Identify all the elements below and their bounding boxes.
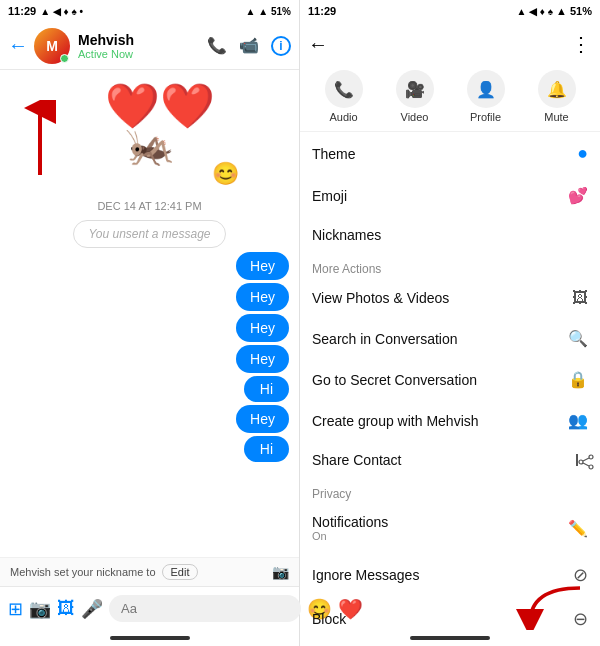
svg-point-4 [589, 465, 593, 469]
photos-icon: 🖼 [572, 289, 588, 307]
profile-label: Profile [470, 111, 501, 123]
message-bubble: Hey [236, 345, 289, 373]
notifications-text: Notifications On [312, 514, 568, 542]
nicknames-label: Nicknames [312, 227, 588, 243]
right-header: ← ⋮ [300, 22, 600, 66]
date-label: DEC 14 AT 12:41 PM [97, 200, 201, 212]
more-actions-section: More Actions [300, 254, 600, 278]
status-bar-left: 11:29 ▲ ◀ ♦ ♠ • ▲ ▲ 51% [0, 0, 299, 22]
svg-line-6 [583, 463, 589, 466]
info-icon[interactable]: i [271, 36, 291, 56]
share-contact-label: Share Contact [312, 452, 576, 468]
nickname-bar: Mehvish set your nickname to Edit 📷 [0, 557, 299, 586]
notifications-label: Notifications [312, 514, 388, 530]
video-icon: 🎥 [396, 70, 434, 108]
right-home-indicator [300, 630, 600, 646]
camera-icon[interactable]: 📷 [29, 598, 51, 620]
nicknames-menu-item[interactable]: Nicknames [300, 216, 600, 254]
svg-line-5 [583, 458, 589, 461]
create-group-menu-item[interactable]: Create group with Mehvish 👥 [300, 400, 600, 441]
profile-action[interactable]: 👤 Profile [467, 70, 505, 123]
time-left: 11:29 [8, 5, 36, 17]
red-arrow-right [510, 583, 590, 630]
face-emoji: 😊 [212, 161, 239, 187]
status-right-left: ▲ ▲ 51% [245, 6, 291, 17]
lock-icon: 🔒 [568, 370, 588, 389]
messages-container: Hey Hey Hey Hey Hi Hey Hi [0, 252, 299, 462]
notifications-sub: On [312, 530, 568, 542]
search-conversation-menu-item[interactable]: Search in Conversation 🔍 [300, 318, 600, 359]
right-home-bar [410, 636, 490, 640]
status-icons-left: ▲ ◀ ♦ ♠ • [40, 6, 83, 17]
message-bubble: Hi [244, 436, 289, 462]
wifi-icon: ▲ [245, 6, 255, 17]
create-group-label: Create group with Mehvish [312, 413, 568, 429]
status-time-left: 11:29 ▲ ◀ ♦ ♠ • [8, 5, 83, 17]
audio-icon: 📞 [325, 70, 363, 108]
video-icon[interactable]: 📹 [239, 36, 259, 55]
avatar-container: M [34, 28, 70, 64]
status-icons-right: ▲ ◀ ♦ ♠ [516, 6, 553, 17]
secret-conversation-label: Go to Secret Conversation [312, 372, 568, 388]
status-bar-right: 11:29 ▲ ◀ ♦ ♠ ▲ 51% [300, 0, 600, 22]
top-actions: 📞 Audio 🎥 Video 👤 Profile 🔔 Mute [300, 66, 600, 132]
mic-icon[interactable]: 🎤 [81, 598, 103, 620]
audio-label: Audio [329, 111, 357, 123]
phone-icon[interactable]: 📞 [207, 36, 227, 55]
battery-left: ▲ 51% [258, 6, 291, 17]
ignore-messages-menu-item[interactable]: Ignore Messages ⊘ [300, 553, 600, 597]
message-input[interactable] [109, 595, 301, 622]
more-options-button[interactable]: ⋮ [571, 32, 592, 56]
mute-icon: 🔔 [538, 70, 576, 108]
emoji-menu-item[interactable]: Emoji 💕 [300, 175, 600, 216]
theme-menu-item[interactable]: Theme ● [300, 132, 600, 175]
search-icon: 🔍 [568, 329, 588, 348]
back-button[interactable]: ← [8, 34, 28, 57]
nickname-text: Mehvish set your nickname to [10, 566, 156, 578]
profile-icon: 👤 [467, 70, 505, 108]
group-icon: 👥 [568, 411, 588, 430]
camera-small-icon: 📷 [272, 564, 289, 580]
right-back-button[interactable]: ← [308, 33, 328, 56]
message-bubble: Hey [236, 252, 289, 280]
message-bubble: Hey [236, 283, 289, 311]
chat-area: ❤️❤️ 🦗 😊 DEC 14 AT 12:41 PM You unsent a… [0, 70, 299, 557]
video-action[interactable]: 🎥 Video [396, 70, 434, 123]
header-icons: 📞 📹 i [207, 36, 291, 56]
svg-point-2 [589, 455, 593, 459]
view-photos-label: View Photos & Videos [312, 290, 572, 306]
emoji-label: Emoji [312, 188, 568, 204]
bug-emoji: 🦗 [125, 122, 175, 169]
red-arrow-up [20, 100, 60, 184]
emoji-hearts-icon: 💕 [568, 186, 588, 205]
edit-button[interactable]: Edit [162, 564, 199, 580]
message-bubble: Hey [236, 405, 289, 433]
notifications-menu-item[interactable]: Notifications On ✏️ [300, 503, 600, 553]
battery-right: ▲ 51% [556, 5, 592, 17]
input-bar: ⊞ 📷 🖼 🎤 😊 ❤️ [0, 586, 299, 630]
status-right-icons: ▲ ◀ ♦ ♠ ▲ 51% [516, 5, 592, 17]
edit-icon: ✏️ [568, 519, 588, 538]
chat-header: ← M Mehvish Active Now 📞 📹 i [0, 22, 299, 70]
home-indicator [0, 630, 299, 646]
menu-list: Theme ● Emoji 💕 Nicknames More Actions V… [300, 132, 600, 630]
mute-action[interactable]: 🔔 Mute [538, 70, 576, 123]
image-icon[interactable]: 🖼 [57, 598, 75, 619]
contact-status: Active Now [78, 48, 207, 60]
share-icon [576, 454, 588, 466]
svg-point-3 [579, 460, 583, 464]
view-photos-menu-item[interactable]: View Photos & Videos 🖼 [300, 278, 600, 318]
contact-name: Mehvish [78, 32, 207, 48]
mute-label: Mute [544, 111, 568, 123]
home-bar [110, 636, 190, 640]
grid-icon[interactable]: ⊞ [8, 598, 23, 620]
privacy-section: Privacy [300, 479, 600, 503]
theme-label: Theme [312, 146, 577, 162]
audio-action[interactable]: 📞 Audio [325, 70, 363, 123]
message-bubble: Hi [244, 376, 289, 402]
secret-conversation-menu-item[interactable]: Go to Secret Conversation 🔒 [300, 359, 600, 400]
share-contact-menu-item[interactable]: Share Contact [300, 441, 600, 479]
unsent-message: You unsent a message [73, 220, 225, 248]
video-label: Video [401, 111, 429, 123]
time-right: 11:29 [308, 5, 336, 17]
